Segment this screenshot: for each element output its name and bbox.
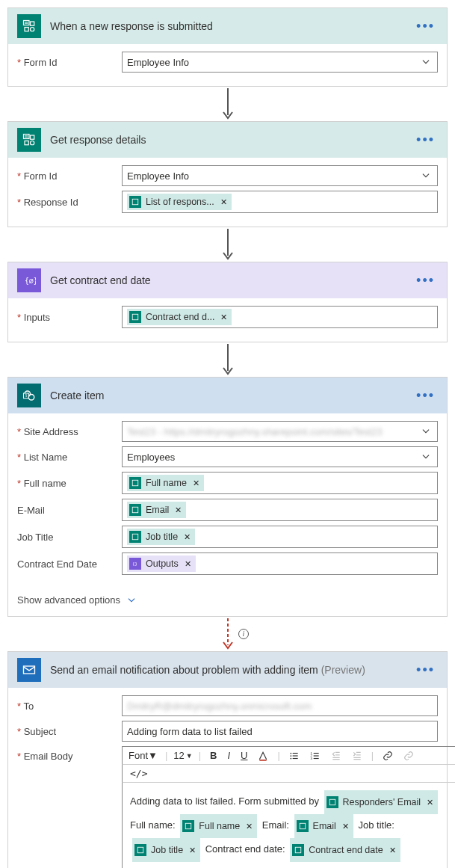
token-remove-button[interactable]: ✕ [427, 792, 433, 812]
site-select[interactable]: Test23 - https://dmitryrogozhny.sharepoi… [122, 421, 438, 442]
action-card-trigger: When a new response is submitted ••• For… [7, 7, 448, 87]
svg-rect-5 [25, 28, 28, 31]
card-title: Create item [50, 390, 404, 401]
card-header: Send an email notification about problem… [8, 652, 447, 688]
svg-rect-49 [329, 799, 335, 805]
show-advanced-options[interactable]: Show advanced options [8, 588, 447, 616]
flow-arrow [219, 87, 237, 121]
token-remove-button[interactable]: ✕ [189, 840, 196, 860]
outdent-button [328, 751, 344, 761]
bold-button[interactable]: B [207, 750, 220, 761]
token-remove-button[interactable]: ✕ [175, 505, 182, 515]
fullname-input[interactable]: Full name ✕ [122, 472, 438, 494]
info-icon[interactable]: i [238, 629, 249, 639]
token-email[interactable]: Email ✕ [127, 502, 186, 518]
listname-select[interactable]: Employees [122, 446, 438, 467]
token-fullname[interactable]: Full name ✕ [127, 475, 204, 491]
svg-rect-16 [132, 314, 138, 320]
svg-point-4 [31, 28, 34, 31]
subject-value: Adding form data to list failed [127, 726, 253, 737]
email-body-editor[interactable]: Adding data to list failed. Form submitt… [122, 783, 455, 868]
preview-label: (Preview) [321, 664, 365, 676]
action-card-details: Get response details ••• Form Id Employe… [7, 121, 448, 227]
subject-input[interactable]: Adding form data to list failed [122, 721, 438, 742]
to-input[interactable]: DmitryR@dmitryrogozhny.onmicrosoft.com [122, 695, 438, 716]
token-label: Responders' Email [343, 792, 421, 812]
token-label: Job title [146, 532, 178, 542]
svg-text:{∅}: {∅} [25, 277, 36, 285]
svg-text:{}: {} [132, 561, 137, 566]
token-remove-button[interactable]: ✕ [342, 816, 349, 836]
contractend-input[interactable]: {} Outputs ✕ [122, 552, 438, 575]
field-label-subject: Subject [17, 726, 122, 737]
token-outputs[interactable]: {} Outputs ✕ [127, 555, 196, 572]
token-jobtitle[interactable]: Job title ✕ [127, 529, 195, 545]
more-menu-button[interactable]: ••• [413, 663, 438, 677]
field-label-responseid: Response Id [17, 197, 122, 208]
font-size-value: 12 [173, 750, 184, 761]
italic-button[interactable]: I [224, 750, 233, 761]
color-button[interactable] [255, 751, 271, 761]
font-size-select[interactable]: 12 ▼ [173, 750, 192, 761]
forms-icon [129, 196, 141, 208]
svg-point-31 [290, 755, 291, 757]
unlink-button [400, 751, 417, 761]
indent-button [349, 751, 365, 761]
svg-rect-10 [31, 135, 34, 139]
formid-select[interactable]: Employee Info [122, 165, 438, 186]
forms-icon [182, 820, 194, 832]
svg-rect-27 [24, 666, 35, 674]
token-contract-end-date[interactable]: Contract end date ✕ [290, 838, 400, 862]
token-label: Email [313, 816, 336, 836]
field-label-fullname: Full name [17, 478, 122, 489]
forms-icon [129, 477, 141, 489]
svg-rect-0 [24, 21, 30, 25]
field-label-site: Site Address [17, 426, 122, 437]
font-select[interactable]: Font ▼ [127, 750, 159, 761]
formid-select[interactable]: Employee Info [122, 52, 438, 73]
token-remove-button[interactable]: ✕ [220, 197, 227, 207]
body-text: Job title: [358, 819, 394, 831]
flow-arrow-error: i [219, 617, 237, 651]
token-contract-end[interactable]: Contract end d... ✕ [127, 309, 232, 325]
link-button[interactable] [380, 751, 396, 761]
token-label: List of respons... [146, 197, 214, 207]
token-label: Outputs [146, 558, 179, 569]
more-menu-button[interactable]: ••• [413, 389, 438, 402]
token-email[interactable]: Email ✕ [294, 814, 353, 838]
chevron-down-icon [421, 452, 431, 462]
token-remove-button[interactable]: ✕ [184, 532, 191, 542]
card-title: Send an email notification about problem… [50, 664, 404, 676]
more-menu-button[interactable]: ••• [413, 19, 438, 33]
token-jobtitle[interactable]: Job title ✕ [132, 838, 200, 862]
compose-icon: {∅} [17, 268, 41, 292]
token-fullname[interactable]: Full name ✕ [180, 814, 257, 838]
token-remove-button[interactable]: ✕ [389, 840, 396, 860]
token-remove-button[interactable]: ✕ [246, 816, 253, 836]
token-label: Full name [199, 816, 240, 836]
email-input[interactable]: Email ✕ [122, 499, 438, 521]
underline-button[interactable]: U [238, 750, 250, 761]
more-menu-button[interactable]: ••• [413, 133, 438, 147]
responseid-input[interactable]: List of respons... ✕ [122, 191, 438, 213]
token-remove-button[interactable]: ✕ [185, 559, 191, 569]
token-list-of-responses[interactable]: List of respons... ✕ [127, 194, 232, 210]
token-remove-button[interactable]: ✕ [220, 313, 227, 322]
action-card-create-item: S Create item ••• Site Address Test23 - … [7, 377, 448, 617]
svg-point-11 [31, 141, 34, 145]
token-responders-email[interactable]: Responders' Email ✕ [324, 790, 439, 814]
forms-icon [129, 504, 141, 516]
number-list-button[interactable]: 123 [307, 751, 324, 761]
svg-rect-13 [132, 199, 138, 205]
card-title: Get response details [50, 134, 404, 146]
token-label: Contract end date [309, 840, 383, 860]
token-remove-button[interactable]: ✕ [193, 478, 199, 488]
chevron-down-icon [421, 170, 431, 181]
inputs-input[interactable]: Contract end d... ✕ [122, 306, 438, 328]
more-menu-button[interactable]: ••• [413, 274, 438, 287]
svg-rect-50 [186, 823, 192, 829]
code-view-button[interactable]: </> [127, 768, 150, 779]
svg-rect-51 [300, 823, 306, 829]
bullet-list-button[interactable] [286, 751, 303, 761]
jobtitle-input[interactable]: Job title ✕ [122, 526, 438, 548]
